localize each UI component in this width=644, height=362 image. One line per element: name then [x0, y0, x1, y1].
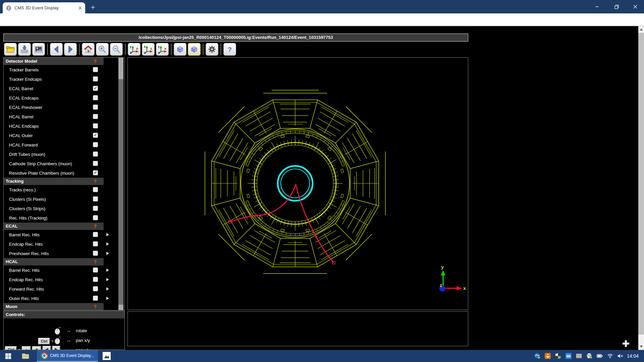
expand-arrow-icon[interactable] — [106, 297, 109, 300]
page-scrollbar[interactable] — [638, 26, 644, 350]
sync-app-tray-button[interactable] — [534, 353, 540, 359]
checkbox[interactable]: ✓ — [93, 133, 98, 138]
sidebar-item: Preshower Rec. Hits — [4, 249, 124, 258]
sidebar-scrollbar[interactable] — [118, 58, 123, 310]
sidebar-item: ECAL Barrel✓ — [4, 84, 124, 93]
checkbox[interactable] — [93, 286, 98, 291]
expand-arrow-icon[interactable] — [106, 287, 109, 291]
expand-arrow-icon[interactable] — [106, 268, 109, 272]
defender-tray-button[interactable] — [555, 353, 561, 359]
perspective-view-button[interactable] — [174, 43, 186, 56]
tab-close-icon[interactable] — [78, 6, 82, 10]
clock-button[interactable]: 14:04 — [624, 350, 644, 362]
save-event-button[interactable] — [18, 43, 31, 56]
scroll-down-icon[interactable] — [640, 346, 643, 348]
expand-arrow-icon[interactable] — [106, 252, 109, 255]
open-event-file-button[interactable] — [4, 43, 17, 56]
controls-action-label: pan x/y — [76, 338, 90, 343]
plus-label: + — [51, 339, 54, 344]
checkbox[interactable] — [93, 67, 98, 72]
checkbox[interactable]: ✓ — [93, 86, 98, 91]
page-scrollbar-thumb[interactable] — [638, 33, 644, 335]
java-tray-button[interactable] — [545, 353, 551, 359]
checkbox[interactable] — [93, 76, 98, 81]
settings-button[interactable] — [206, 43, 218, 56]
checkbox[interactable]: ✓ — [93, 170, 98, 175]
volume-muted-tray-button[interactable] — [618, 353, 624, 359]
detector-event-render[interactable]: yxz — [128, 58, 468, 310]
checkbox[interactable] — [93, 215, 98, 220]
java-icon — [545, 353, 551, 359]
section-help-icon[interactable]: ? — [94, 178, 97, 184]
checkbox[interactable] — [93, 251, 98, 256]
checkbox[interactable] — [93, 196, 98, 201]
active-task-button[interactable]: CMS 3D Event Display... — [37, 350, 98, 362]
sidebar-item: Drift Tubes (muon) — [4, 149, 124, 159]
sidebar-item: Barrel Rec. Hits — [4, 265, 124, 275]
section-help-icon[interactable]: ? — [94, 223, 97, 229]
sidebar-scrollbar-bottom[interactable] — [118, 305, 123, 310]
zoom-in-button[interactable] — [96, 43, 109, 56]
checkbox[interactable] — [93, 114, 98, 119]
browser-tab[interactable]: CMS 3D Event Display — [3, 2, 85, 13]
svg-text:x: x — [136, 47, 138, 50]
axis-view-xz-button[interactable]: xzy — [142, 43, 155, 56]
folder-icon — [22, 353, 29, 359]
checkbox[interactable] — [93, 123, 98, 128]
minimize-icon — [595, 5, 599, 9]
checkbox[interactable] — [93, 95, 98, 100]
checkbox[interactable] — [93, 105, 98, 110]
sidebar-item-label: Tracker Endcaps — [9, 77, 42, 82]
checkbox[interactable] — [93, 187, 98, 192]
close-button[interactable] — [627, 0, 644, 13]
checkbox[interactable] — [93, 142, 98, 147]
zoom-out-button[interactable] — [110, 43, 123, 56]
checkbox[interactable] — [93, 161, 98, 166]
plus-cursor-icon[interactable] — [622, 339, 630, 348]
event-3d-viewport[interactable]: yxz — [127, 57, 468, 310]
axis-label-x: x — [463, 286, 466, 291]
expand-arrow-icon[interactable] — [106, 233, 109, 236]
expand-arrow-icon[interactable] — [106, 242, 109, 246]
orthographic-view-icon — [190, 45, 199, 54]
toolbar-group-separator — [171, 44, 171, 55]
checkbox[interactable] — [93, 296, 98, 301]
wifi-tray-button[interactable] — [607, 353, 613, 359]
section-help-icon[interactable]: ? — [94, 58, 97, 64]
checkbox[interactable] — [93, 267, 98, 273]
touchpad-tray-button[interactable] — [576, 353, 582, 359]
sidebar-item-label: Drift Tubes (muon) — [9, 152, 45, 157]
sidebar-item-label: ECAL Barrel — [9, 86, 33, 91]
new-tab-button[interactable] — [88, 3, 98, 12]
photos-app-button[interactable] — [100, 350, 113, 362]
sidebar-scrollbar-thumb[interactable] — [118, 58, 123, 79]
axis-view-yz-button[interactable]: yxz — [156, 43, 169, 56]
checkbox[interactable] — [93, 241, 98, 246]
file-explorer-button[interactable] — [19, 350, 32, 362]
axis-view-yx-button[interactable]: yxz — [128, 43, 141, 56]
help-button[interactable]: ? — [223, 43, 236, 56]
orthographic-view-button[interactable] — [188, 43, 201, 56]
expand-arrow-icon[interactable] — [106, 278, 109, 281]
checkbox[interactable] — [93, 277, 98, 282]
home-view-button[interactable] — [82, 43, 95, 56]
section-header: Muon? — [4, 303, 104, 310]
start-button[interactable] — [0, 350, 16, 362]
printer-tray-button[interactable] — [586, 353, 592, 359]
next-event-button[interactable] — [64, 43, 77, 56]
sidebar-item: ECAL Preshower — [4, 103, 124, 112]
axis-label-y: y — [441, 264, 444, 270]
minimize-button[interactable] — [588, 0, 606, 13]
printer-icon — [586, 353, 592, 359]
previous-event-button[interactable] — [50, 43, 63, 56]
checkbox[interactable] — [93, 206, 98, 211]
checkbox[interactable] — [93, 152, 98, 157]
restore-button[interactable] — [608, 0, 625, 13]
section-help-icon[interactable]: ? — [94, 304, 97, 309]
checkbox[interactable] — [93, 232, 98, 237]
scroll-up-icon[interactable] — [640, 28, 643, 31]
export-image-button[interactable] — [32, 43, 45, 56]
battery-tray-button[interactable] — [597, 353, 603, 359]
section-help-icon[interactable]: ? — [94, 259, 97, 264]
waves-audio-tray-button[interactable] — [566, 353, 572, 359]
